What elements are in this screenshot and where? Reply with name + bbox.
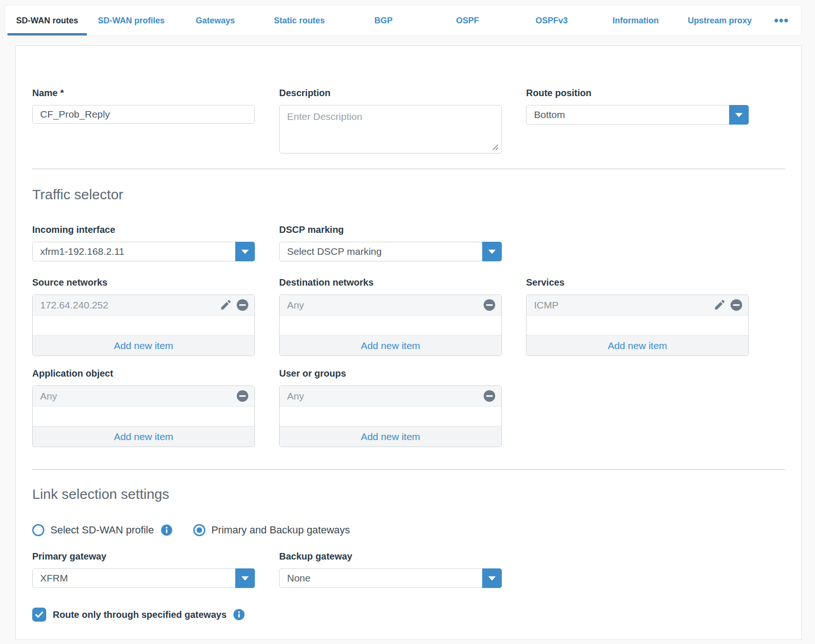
description-textarea[interactable] [279, 105, 502, 154]
dscp-marking-dropdown[interactable]: Select DSCP marking [279, 242, 502, 261]
list-item: Any [280, 295, 501, 315]
more-tabs-button[interactable]: ••• [762, 6, 801, 35]
link-selection-heading: Link selection settings [32, 486, 785, 503]
primary-gateway-dropdown[interactable]: XFRM [32, 568, 255, 588]
tab-bar: SD-WAN routes SD-WAN profiles Gateways S… [5, 5, 801, 36]
chevron-down-icon[interactable] [729, 105, 749, 125]
route-position-dropdown[interactable]: Bottom [526, 105, 749, 125]
traffic-selector-heading: Traffic selector [32, 186, 785, 203]
tab-ospfv3[interactable]: OSPFv3 [510, 6, 594, 35]
list-item: 172.64.240.252 [33, 295, 254, 315]
chevron-down-icon[interactable] [235, 242, 255, 261]
remove-icon[interactable] [483, 299, 496, 311]
chevron-down-icon[interactable] [482, 242, 502, 261]
list-item: Any [280, 386, 501, 406]
route-only-checkbox[interactable] [32, 608, 46, 622]
link-selection-radio-group: Select SD-WAN profile Primary and Backup… [32, 524, 785, 536]
add-new-item-button[interactable]: Add new item [280, 335, 501, 356]
add-new-item-button[interactable]: Add new item [527, 335, 748, 356]
remove-icon[interactable] [483, 390, 496, 402]
backup-gateway-value: None [280, 573, 482, 584]
incoming-interface-dropdown[interactable]: xfrm1-192.168.2.11 [32, 242, 255, 261]
chevron-down-icon[interactable] [482, 568, 502, 588]
tab-bgp[interactable]: BGP [341, 6, 425, 35]
radio-label: Select SD-WAN profile [50, 524, 154, 536]
name-input[interactable] [32, 105, 255, 124]
add-new-item-button[interactable]: Add new item [280, 426, 501, 447]
edit-icon[interactable] [219, 299, 232, 311]
route-position-label: Route position [526, 87, 749, 99]
edit-icon[interactable] [713, 299, 726, 311]
radio-select-sd-wan-profile[interactable] [32, 524, 44, 536]
tab-ospf[interactable]: OSPF [426, 6, 510, 35]
source-networks-list: 172.64.240.252 Add new item [32, 294, 255, 356]
ellipsis-icon: ••• [774, 16, 788, 25]
services-list: ICMP Add new item [526, 294, 749, 356]
add-new-item-button[interactable]: Add new item [33, 335, 254, 356]
remove-icon[interactable] [236, 299, 249, 311]
destination-networks-label: Destination networks [279, 276, 502, 288]
incoming-interface-label: Incoming interface [32, 224, 255, 236]
list-item: ICMP [527, 295, 748, 315]
tab-gateways[interactable]: Gateways [173, 6, 257, 35]
tab-upstream-proxy[interactable]: Upstream proxy [678, 6, 762, 35]
remove-icon[interactable] [236, 390, 249, 402]
route-form-panel: Name * Description Route position Bottom [15, 45, 802, 640]
application-object-label: Application object [32, 367, 255, 379]
backup-gateway-dropdown[interactable]: None [279, 568, 502, 588]
route-only-label: Route only through specified gateways [53, 609, 226, 620]
primary-gateway-value: XFRM [33, 573, 235, 584]
route-only-row: Route only through specified gateways [32, 608, 785, 622]
add-new-item-button[interactable]: Add new item [33, 426, 254, 447]
user-or-groups-label: User or groups [279, 367, 502, 379]
tab-static-routes[interactable]: Static routes [257, 6, 341, 35]
application-object-list: Any Add new item [32, 385, 255, 447]
user-or-groups-list: Any Add new item [279, 385, 502, 447]
tab-sd-wan-routes[interactable]: SD-WAN routes [5, 6, 89, 35]
list-item: Any [33, 386, 254, 406]
tab-sd-wan-profiles[interactable]: SD-WAN profiles [89, 6, 173, 35]
radio-label: Primary and Backup gateways [211, 524, 350, 536]
backup-gateway-label: Backup gateway [279, 550, 502, 562]
primary-gateway-label: Primary gateway [32, 550, 255, 562]
section-divider [32, 168, 785, 169]
info-icon[interactable] [233, 609, 245, 621]
description-label: Description [279, 87, 502, 99]
sd-wan-route-editor: SD-WAN routes SD-WAN profiles Gateways S… [0, 0, 815, 644]
info-icon[interactable] [161, 524, 173, 536]
source-networks-label: Source networks [32, 276, 255, 288]
services-label: Services [526, 276, 749, 288]
name-label: Name * [32, 87, 255, 99]
incoming-interface-value: xfrm1-192.168.2.11 [33, 246, 235, 257]
route-position-value: Bottom [527, 109, 729, 120]
dscp-marking-value: Select DSCP marking [280, 246, 482, 257]
tab-information[interactable]: Information [594, 6, 678, 35]
dscp-marking-label: DSCP marking [279, 224, 502, 236]
radio-primary-and-backup-gateways[interactable] [193, 524, 205, 536]
destination-networks-list: Any Add new item [279, 294, 502, 356]
chevron-down-icon[interactable] [235, 568, 255, 588]
remove-icon[interactable] [730, 299, 743, 311]
section-divider [32, 469, 785, 470]
resize-handle-icon[interactable] [490, 142, 499, 151]
